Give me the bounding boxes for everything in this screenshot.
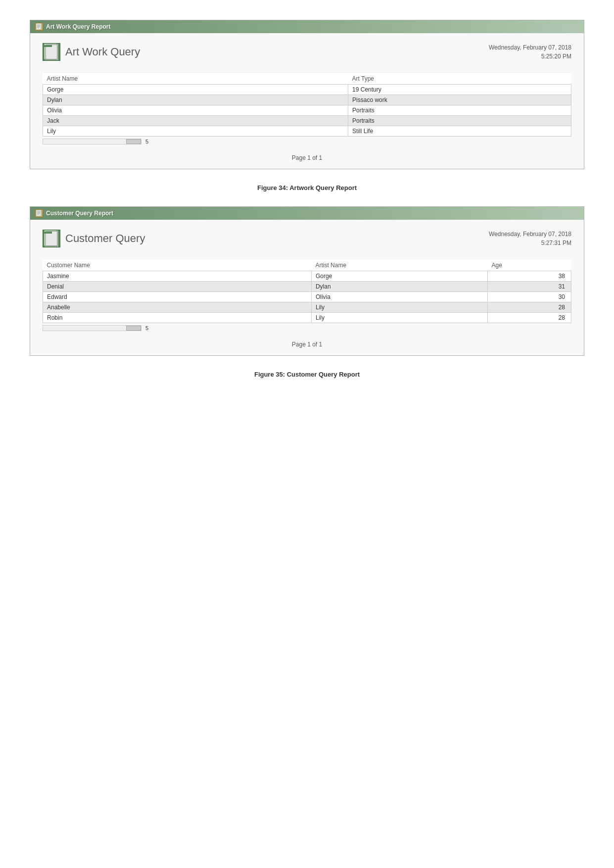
customer-scroll-area: 5 <box>43 325 571 337</box>
artwork-cell-1-1: Pissaco work <box>348 95 571 105</box>
artwork-titlebar-icon <box>35 23 43 31</box>
artwork-cell-0-1: 19 Century <box>348 85 571 95</box>
customer-table: Customer Name Artist Name Age JasmineGor… <box>43 260 571 323</box>
customer-cell-3-1: Lily <box>311 302 487 313</box>
customer-table-row: EdwardOlivia30 <box>43 292 571 302</box>
customer-report-header: Customer Query Wednesday, February 07, 2… <box>43 230 571 252</box>
artwork-title-area: Art Work Query <box>43 43 140 61</box>
artwork-cell-4-0: Lily <box>43 126 348 137</box>
artwork-cell-0-0: Gorge <box>43 85 348 95</box>
svg-rect-13 <box>36 210 41 216</box>
artwork-time: 5:25:20 PM <box>489 52 571 61</box>
svg-rect-6 <box>45 44 58 60</box>
customer-time: 5:27:31 PM <box>489 239 571 247</box>
customer-cell-2-0: Edward <box>43 292 312 302</box>
customer-cell-3-0: Anabelle <box>43 302 312 313</box>
customer-report-window: Customer Query Report Customer Query <box>30 206 584 356</box>
artwork-cell-3-1: Portraits <box>348 116 571 126</box>
artwork-report-body: Art Work Query Wednesday, February 07, 2… <box>30 33 584 169</box>
artwork-cell-4-1: Still Life <box>348 126 571 137</box>
artwork-table-row: JackPortraits <box>43 116 571 126</box>
customer-cell-0-1: Gorge <box>311 271 487 282</box>
artwork-report-header: Art Work Query Wednesday, February 07, 2… <box>43 43 571 66</box>
artwork-scroll-track[interactable]: 5 <box>43 139 142 145</box>
artwork-table: Artist Name Art Type Gorge19 CenturyDyla… <box>43 73 571 137</box>
customer-cell-4-2: 28 <box>487 313 571 323</box>
artwork-main-title: Art Work Query <box>65 46 140 58</box>
customer-col-age: Age <box>487 260 571 271</box>
customer-page-indicator: Page 1 of 1 <box>43 341 571 348</box>
customer-datetime: Wednesday, February 07, 2018 5:27:31 PM <box>489 230 571 247</box>
artwork-scroll-area: 5 <box>43 139 571 150</box>
customer-scroll-track[interactable]: 5 <box>43 325 142 331</box>
artwork-scroll-thumb[interactable] <box>126 139 141 144</box>
artwork-cell-2-1: Portraits <box>348 105 571 116</box>
artwork-report-window: Art Work Query Report Art Work Query <box>30 20 584 169</box>
customer-scroll-thumb[interactable] <box>126 326 141 331</box>
customer-col-artist: Artist Name <box>311 260 487 271</box>
artwork-table-row: OliviaPortraits <box>43 105 571 116</box>
customer-cell-2-2: 30 <box>487 292 571 302</box>
customer-cell-0-2: 38 <box>487 271 571 282</box>
artwork-table-row: LilyStill Life <box>43 126 571 137</box>
customer-titlebar-icon <box>35 209 43 217</box>
artwork-table-head: Artist Name Art Type <box>43 73 571 85</box>
customer-main-title: Customer Query <box>65 232 145 245</box>
svg-rect-7 <box>44 44 57 59</box>
customer-scroll-count: 5 <box>145 325 148 331</box>
artwork-scroll-count: 5 <box>145 139 148 145</box>
customer-cell-4-0: Robin <box>43 313 312 323</box>
customer-cell-1-2: 31 <box>487 282 571 292</box>
customer-cell-0-0: Jasmine <box>43 271 312 282</box>
customer-table-row: DenialDylan31 <box>43 282 571 292</box>
customer-cell-2-1: Olivia <box>311 292 487 302</box>
customer-cell-1-1: Dylan <box>311 282 487 292</box>
customer-table-body: JasmineGorge38DenialDylan31EdwardOlivia3… <box>43 271 571 323</box>
customer-figure-caption: Figure 35: Customer Query Report <box>30 371 584 378</box>
artwork-titlebar-label: Art Work Query Report <box>46 23 110 30</box>
customer-cell-4-1: Lily <box>311 313 487 323</box>
artwork-figure-caption: Figure 34: Artwork Query Report <box>30 184 584 192</box>
artwork-titlebar: Art Work Query Report <box>30 20 584 33</box>
artwork-table-row: Gorge19 Century <box>43 85 571 95</box>
artwork-col-type: Art Type <box>348 73 571 85</box>
customer-table-row: JasmineGorge38 <box>43 271 571 282</box>
customer-table-head: Customer Name Artist Name Age <box>43 260 571 271</box>
customer-col-name: Customer Name <box>43 260 312 271</box>
artwork-cell-2-0: Olivia <box>43 105 348 116</box>
customer-cell-1-0: Denial <box>43 282 312 292</box>
artwork-header-row: Artist Name Art Type <box>43 73 571 85</box>
svg-rect-18 <box>45 231 58 246</box>
customer-titlebar: Customer Query Report <box>30 207 584 220</box>
svg-rect-19 <box>44 230 57 246</box>
artwork-cell-3-0: Jack <box>43 116 348 126</box>
artwork-page-indicator: Page 1 of 1 <box>43 154 571 161</box>
artwork-cell-1-0: Dylan <box>43 95 348 105</box>
artwork-col-artist: Artist Name <box>43 73 348 85</box>
customer-report-body: Customer Query Wednesday, February 07, 2… <box>30 220 584 355</box>
customer-table-row: AnabelleLily28 <box>43 302 571 313</box>
customer-header-row: Customer Name Artist Name Age <box>43 260 571 271</box>
customer-titlebar-label: Customer Query Report <box>46 210 113 217</box>
artwork-report-icon <box>43 43 60 61</box>
customer-date: Wednesday, February 07, 2018 <box>489 230 571 239</box>
customer-title-area: Customer Query <box>43 230 145 247</box>
customer-cell-3-2: 28 <box>487 302 571 313</box>
artwork-table-row: DylanPissaco work <box>43 95 571 105</box>
artwork-table-body: Gorge19 CenturyDylanPissaco workOliviaPo… <box>43 85 571 137</box>
customer-report-icon <box>43 230 60 247</box>
artwork-datetime: Wednesday, February 07, 2018 5:25:20 PM <box>489 43 571 61</box>
customer-table-row: RobinLily28 <box>43 313 571 323</box>
svg-rect-1 <box>36 23 41 30</box>
artwork-date: Wednesday, February 07, 2018 <box>489 43 571 52</box>
